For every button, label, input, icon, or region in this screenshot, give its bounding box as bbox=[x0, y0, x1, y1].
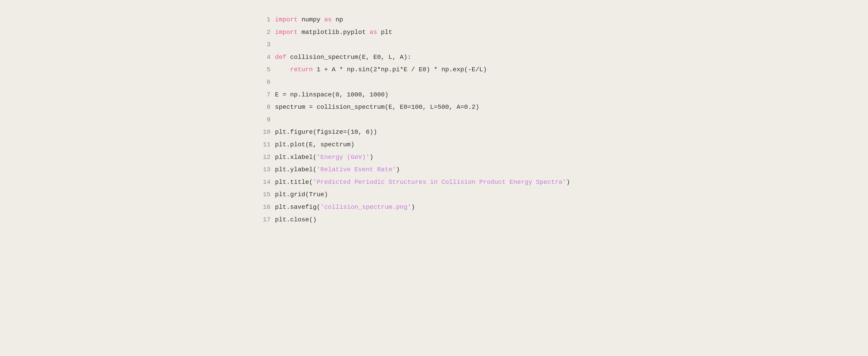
line-number-16: 16 bbox=[261, 201, 275, 214]
code-container: 1 import numpy as np 2 import matplotlib… bbox=[261, 9, 607, 230]
line-number-5: 5 bbox=[261, 63, 275, 76]
code-line-6: 6 bbox=[261, 76, 607, 88]
line-content-10: plt.figure(figsize=(10, 6)) bbox=[275, 126, 607, 138]
code-line-13: 13 plt.ylabel('Relative Event Rate') bbox=[261, 164, 607, 176]
line-content-2: import matplotlib.pyplot as plt bbox=[275, 26, 607, 39]
line-number-14: 14 bbox=[261, 176, 275, 188]
line-number-15: 15 bbox=[261, 188, 275, 201]
line-content-4: def collision_spectrum(E, E0, L, A): bbox=[275, 51, 607, 64]
line-number-6: 6 bbox=[261, 76, 275, 88]
code-line-17: 17 plt.close() bbox=[261, 214, 607, 226]
line-content-1: import numpy as np bbox=[275, 13, 607, 26]
code-line-14: 14 plt.title('Predicted Periodic Structu… bbox=[261, 176, 607, 188]
line-number-13: 13 bbox=[261, 164, 275, 176]
code-line-7: 7 E = np.linspace(0, 1000, 1000) bbox=[261, 88, 607, 101]
line-content-17: plt.close() bbox=[275, 214, 607, 226]
line-content-8: spectrum = collision_spectrum(E, E0=100,… bbox=[275, 101, 607, 113]
line-content-7: E = np.linspace(0, 1000, 1000) bbox=[275, 88, 607, 101]
line-number-2: 2 bbox=[261, 26, 275, 39]
line-number-8: 8 bbox=[261, 101, 275, 113]
code-line-11: 11 plt.plot(E, spectrum) bbox=[261, 138, 607, 151]
code-line-8: 8 spectrum = collision_spectrum(E, E0=10… bbox=[261, 101, 607, 113]
line-content-5: return 1 + A * np.sin(2*np.pi*E / E0) * … bbox=[275, 63, 607, 76]
code-line-4: 4 def collision_spectrum(E, E0, L, A): bbox=[261, 51, 607, 64]
code-line-15: 15 plt.grid(True) bbox=[261, 188, 607, 201]
line-content-11: plt.plot(E, spectrum) bbox=[275, 138, 607, 151]
code-line-2: 2 import matplotlib.pyplot as plt bbox=[261, 26, 607, 39]
code-line-3: 3 bbox=[261, 38, 607, 51]
code-line-1: 1 import numpy as np bbox=[261, 13, 607, 26]
line-content-14: plt.title('Predicted Periodic Structures… bbox=[275, 176, 607, 188]
code-line-10: 10 plt.figure(figsize=(10, 6)) bbox=[261, 126, 607, 138]
line-number-17: 17 bbox=[261, 214, 275, 226]
code-block: 1 import numpy as np 2 import matplotlib… bbox=[261, 13, 607, 226]
line-number-7: 7 bbox=[261, 88, 275, 101]
line-number-11: 11 bbox=[261, 138, 275, 151]
code-line-9: 9 bbox=[261, 113, 607, 126]
line-content-6 bbox=[275, 76, 607, 88]
line-number-9: 9 bbox=[261, 113, 275, 126]
line-content-9 bbox=[275, 113, 607, 126]
line-number-4: 4 bbox=[261, 51, 275, 64]
line-number-1: 1 bbox=[261, 13, 275, 26]
line-number-10: 10 bbox=[261, 126, 275, 138]
line-content-3 bbox=[275, 38, 607, 51]
line-content-16: plt.savefig('collision_spectrum.png') bbox=[275, 201, 607, 214]
line-content-12: plt.xlabel('Energy (GeV)') bbox=[275, 151, 607, 164]
line-content-13: plt.ylabel('Relative Event Rate') bbox=[275, 164, 607, 176]
line-number-12: 12 bbox=[261, 151, 275, 164]
line-number-3: 3 bbox=[261, 38, 275, 51]
code-line-5: 5 return 1 + A * np.sin(2*np.pi*E / E0) … bbox=[261, 63, 607, 76]
code-line-12: 12 plt.xlabel('Energy (GeV)') bbox=[261, 151, 607, 164]
code-line-16: 16 plt.savefig('collision_spectrum.png') bbox=[261, 201, 607, 214]
line-content-15: plt.grid(True) bbox=[275, 188, 607, 201]
